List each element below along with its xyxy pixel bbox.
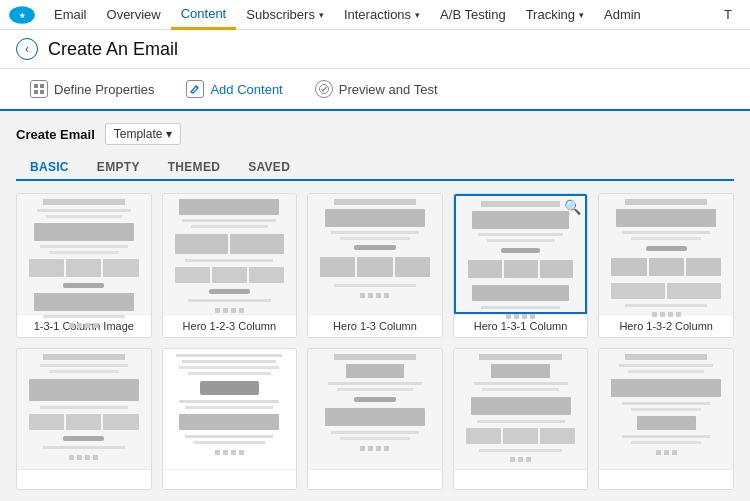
svg-rect-2 [34, 84, 38, 88]
nav-content[interactable]: Content [171, 0, 237, 30]
template-hero-1-3-2-column[interactable]: Hero 1-3-2 Column [598, 193, 734, 338]
svg-rect-3 [40, 84, 44, 88]
nav-ab-testing[interactable]: A/B Testing [430, 0, 516, 30]
template-preview [17, 349, 151, 469]
svg-rect-5 [40, 90, 44, 94]
template-preview [163, 349, 297, 469]
nav-email[interactable]: Email [44, 0, 97, 30]
template-label [454, 469, 588, 489]
template-preview [308, 194, 442, 314]
template-row2-1[interactable] [16, 348, 152, 490]
template-preview [454, 349, 588, 469]
template-label [163, 469, 297, 489]
template-preview [599, 194, 733, 314]
tab-empty[interactable]: EMPTY [83, 155, 154, 181]
back-icon: ‹ [25, 42, 29, 56]
template-caret-icon: ▾ [166, 127, 172, 141]
page-title: Create An Email [48, 39, 178, 60]
tab-saved[interactable]: SAVED [234, 155, 304, 181]
template-preview: 🔍 [454, 194, 588, 314]
step-define-properties[interactable]: Define Properties [16, 68, 168, 110]
template-row2-3[interactable] [307, 348, 443, 490]
svg-line-6 [196, 86, 198, 88]
template-1-3-1-column-image[interactable]: 1-3-1 Column Image [16, 193, 152, 338]
template-preview [599, 349, 733, 469]
step-preview-test[interactable]: Preview and Test [301, 68, 452, 110]
grid-icon [30, 80, 48, 98]
nav-overview[interactable]: Overview [97, 0, 171, 30]
nav-subscribers[interactable]: Subscribers ▾ [236, 0, 334, 30]
check-icon [315, 80, 333, 98]
svg-rect-4 [34, 90, 38, 94]
create-email-bar: Create Email Template ▾ [16, 123, 734, 145]
nav-tracking[interactable]: Tracking ▾ [516, 0, 594, 30]
template-dropdown[interactable]: Template ▾ [105, 123, 182, 145]
template-row2-4[interactable] [453, 348, 589, 490]
content-area: Create Email Template ▾ BASIC EMPTY THEM… [0, 111, 750, 501]
tracking-caret: ▾ [579, 10, 584, 20]
step-tabs: Define Properties Add Content Preview an… [0, 69, 750, 111]
top-navigation: ★ Email Overview Content Subscribers ▾ I… [0, 0, 750, 30]
templates-grid: 1-3-1 Column Image [16, 193, 734, 490]
template-label [17, 469, 151, 489]
template-hero-1-2-3-column[interactable]: Hero 1-2-3 Column [162, 193, 298, 338]
template-row2-2[interactable] [162, 348, 298, 490]
create-email-label: Create Email [16, 127, 95, 142]
svg-text:★: ★ [19, 11, 26, 18]
type-tabs: BASIC EMPTY THEMED SAVED [16, 155, 734, 181]
template-hero-1-3-column[interactable]: Hero 1-3 Column [307, 193, 443, 338]
template-row2-5[interactable] [598, 348, 734, 490]
nav-interactions[interactable]: Interactions ▾ [334, 0, 430, 30]
tab-basic[interactable]: BASIC [16, 155, 83, 181]
template-label [599, 469, 733, 489]
template-label: Hero 1-2-3 Column [163, 314, 297, 337]
tab-themed[interactable]: THEMED [154, 155, 234, 181]
template-preview [308, 349, 442, 469]
user-initial[interactable]: T [714, 7, 742, 22]
template-label: Hero 1-3-2 Column [599, 314, 733, 337]
interactions-caret: ▾ [415, 10, 420, 20]
nav-admin[interactable]: Admin [594, 0, 651, 30]
template-label [308, 469, 442, 489]
template-preview [17, 194, 151, 314]
subscribers-caret: ▾ [319, 10, 324, 20]
template-preview [163, 194, 297, 314]
step-add-content[interactable]: Add Content [172, 69, 296, 111]
salesforce-logo[interactable]: ★ [8, 5, 36, 25]
template-label: Hero 1-3 Column [308, 314, 442, 337]
page-header: ‹ Create An Email [0, 30, 750, 69]
magnifier-icon: 🔍 [564, 199, 580, 215]
pencil-icon [186, 80, 204, 98]
template-hero-1-3-1-column[interactable]: 🔍 [453, 193, 589, 338]
back-button[interactable]: ‹ [16, 38, 38, 60]
